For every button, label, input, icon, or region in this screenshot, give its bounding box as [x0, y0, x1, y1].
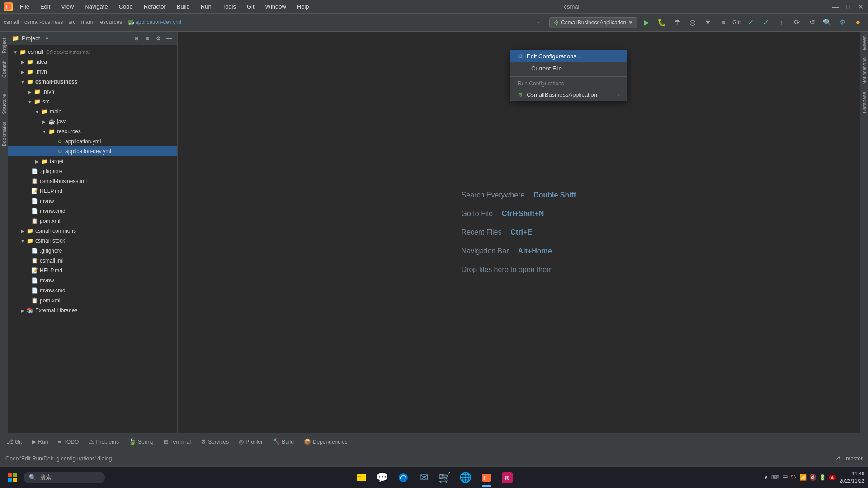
tree-item-business-iml[interactable]: 📋 csmall-business.iml — [8, 176, 177, 186]
tree-item-gitignore-stock[interactable]: 📄 .gitignore — [8, 246, 177, 256]
battery-icon[interactable]: 🔋 — [819, 474, 826, 481]
tree-item-gitignore-business[interactable]: 📄 .gitignore — [8, 166, 177, 176]
todo-tab[interactable]: ≡ TODO — [53, 436, 83, 447]
tree-item-main[interactable]: ▼ 📁 main — [8, 107, 177, 117]
taskbar-wechat[interactable]: 💬 — [373, 468, 392, 488]
debug-button[interactable]: 🐛 — [656, 16, 668, 29]
dropdown-current-file[interactable]: Current File — [510, 62, 627, 75]
breadcrumb-file[interactable]: ymlapplication-dev.yml — [127, 19, 181, 26]
search-button[interactable]: 🔍 — [821, 16, 834, 29]
menu-refactor[interactable]: Refactor — [140, 2, 170, 11]
profile-button[interactable]: ◎ — [686, 16, 699, 29]
volume-icon[interactable]: 🔇 — [809, 474, 816, 481]
more-run-button[interactable]: ▼ — [702, 16, 714, 29]
wifi-icon[interactable]: 📶 — [799, 474, 807, 481]
menu-view[interactable]: View — [57, 2, 77, 11]
notifications-panel-tab[interactable]: Notifications — [861, 54, 868, 88]
git-tab[interactable]: ⎇ Git — [2, 436, 26, 447]
git-push-button[interactable]: ✓ — [760, 16, 772, 29]
menu-navigate[interactable]: Navigate — [81, 2, 111, 11]
breadcrumb-src[interactable]: src — [68, 19, 75, 25]
menu-file[interactable]: File — [16, 2, 33, 11]
tree-item-business[interactable]: ▼ 📁 csmall-business — [8, 77, 177, 87]
run-config-selector[interactable]: ⚙ CsmallBusinessApplication ▼ — [549, 17, 637, 28]
taskbar-idea[interactable]: I — [476, 468, 496, 488]
tree-item-ext-libs[interactable]: ▶ 📚 External Libraries — [8, 305, 177, 315]
breadcrumb-business[interactable]: csmall-business — [24, 19, 63, 25]
collapse-all-button[interactable]: ≡ — [143, 34, 152, 43]
problems-tab[interactable]: ⚠ Problems — [84, 436, 123, 447]
run-button[interactable]: ▶ — [640, 16, 653, 29]
taskbar-edge[interactable] — [393, 468, 413, 488]
project-dropdown-icon[interactable]: ▼ — [44, 36, 49, 41]
breadcrumb-main[interactable]: main — [81, 19, 93, 25]
tree-item-app-yml[interactable]: ⚙ application.yml — [8, 136, 177, 146]
antivirus-icon[interactable]: 🛡 — [791, 474, 797, 481]
keyboard-icon[interactable]: ⌨ — [771, 474, 780, 481]
tree-item-mvnwcmd-business[interactable]: 📄 mvnw.cmd — [8, 206, 177, 216]
menu-window[interactable]: Window — [262, 2, 290, 11]
profiler-tab[interactable]: ◎ Profiler — [234, 436, 267, 447]
ime-icon[interactable]: 中 — [783, 474, 788, 481]
close-panel-button[interactable]: — — [165, 34, 174, 43]
stop-button[interactable]: ■ — [717, 16, 730, 29]
tree-item-mvnwcmd-stock[interactable]: 📄 mvnw.cmd — [8, 286, 177, 296]
menu-tools[interactable]: Tools — [219, 2, 240, 11]
close-button[interactable]: ✕ — [857, 3, 864, 10]
dropdown-edit-configurations[interactable]: ⚙ Edit Configurations... — [510, 50, 627, 62]
maximize-button[interactable]: □ — [844, 3, 852, 10]
coverage-button[interactable]: ☂ — [671, 16, 684, 29]
services-tab[interactable]: ⚙ Services — [196, 436, 233, 447]
menu-run[interactable]: Run — [197, 2, 215, 11]
windows-start-button[interactable] — [4, 469, 22, 487]
tree-item-business-mvn[interactable]: ▶ 📁 .mvn — [8, 87, 177, 97]
tree-item-java[interactable]: ▶ ☕ java — [8, 117, 177, 127]
breadcrumb-csmall[interactable]: csmall — [4, 19, 19, 25]
taskbar-rider[interactable]: R — [497, 468, 517, 488]
spring-tab[interactable]: 🍃 Spring — [124, 436, 158, 447]
tree-item-idea[interactable]: ▶ 📁 .idea — [8, 57, 177, 67]
back-button[interactable]: ← — [534, 16, 547, 29]
git-commit-button[interactable]: ✓ — [744, 16, 757, 29]
tree-item-mvnw-business[interactable]: 📄 mvnw — [8, 196, 177, 206]
locate-file-button[interactable]: ⊕ — [132, 34, 141, 43]
maven-panel-tab[interactable]: Maven — [861, 32, 868, 54]
commit-panel-tab[interactable]: Commit — [0, 58, 8, 80]
tree-item-app-dev-yml[interactable]: ⚙ application-dev.yml — [8, 146, 177, 156]
git-more-button[interactable]: ⟳ — [790, 16, 803, 29]
tree-item-src[interactable]: ▼ 📁 src — [8, 97, 177, 107]
tree-item-pom-business[interactable]: 📋 pom.xml — [8, 216, 177, 226]
run-tab[interactable]: ▶ Run — [27, 436, 52, 447]
dot-menu-button[interactable]: ⚙ — [154, 34, 163, 43]
project-panel-tab[interactable]: Project — [0, 35, 8, 56]
tree-item-stock[interactable]: ▼ 📁 csmall-stock — [8, 236, 177, 246]
taskbar-taobao[interactable]: 🛒 — [435, 468, 455, 488]
minimize-button[interactable]: — — [832, 3, 839, 10]
tree-item-resources[interactable]: ▼ 📁 resources — [8, 127, 177, 136]
notification-badge[interactable]: 4 — [829, 475, 836, 480]
taskbar-mail[interactable]: ✉ — [414, 468, 434, 488]
tree-item-csmall-iml[interactable]: 📋 csmall.iml — [8, 256, 177, 266]
undo-button[interactable]: ↺ — [806, 16, 818, 29]
user-avatar[interactable]: ● — [852, 16, 864, 29]
menu-edit[interactable]: Edit — [37, 2, 54, 11]
build-tab[interactable]: 🔨 Build — [268, 436, 298, 447]
dependencies-tab[interactable]: 📦 Dependencies — [299, 436, 352, 447]
tray-up-icon[interactable]: ∧ — [764, 474, 769, 481]
tree-item-mvn-root[interactable]: ▶ 📁 .mvn — [8, 67, 177, 77]
settings-button[interactable]: ⚙ — [836, 16, 849, 29]
git-pull-button[interactable]: ↑ — [775, 16, 788, 29]
breadcrumb-resources[interactable]: resources — [98, 19, 122, 25]
menu-help[interactable]: Help — [293, 2, 313, 11]
bookmarks-panel-tab[interactable]: Bookmarks — [0, 119, 8, 149]
taskbar-another[interactable]: 🌐 — [456, 468, 476, 488]
taskbar-explorer[interactable] — [352, 468, 372, 488]
taskbar-search[interactable]: 🔍 搜索 — [24, 472, 105, 483]
structure-panel-tab[interactable]: Structure — [0, 91, 8, 117]
tree-item-help-business[interactable]: 📝 HELP.md — [8, 186, 177, 196]
menu-code[interactable]: Code — [115, 2, 137, 11]
dropdown-csmall-business-app[interactable]: ⚙ CsmallBusinessApplication › — [510, 89, 627, 101]
tree-item-csmall[interactable]: ▼ 📁 csmall D:\idea\items\csmall — [8, 47, 177, 57]
tree-item-help-stock[interactable]: 📝 HELP.md — [8, 266, 177, 276]
menu-git[interactable]: Git — [243, 2, 258, 11]
